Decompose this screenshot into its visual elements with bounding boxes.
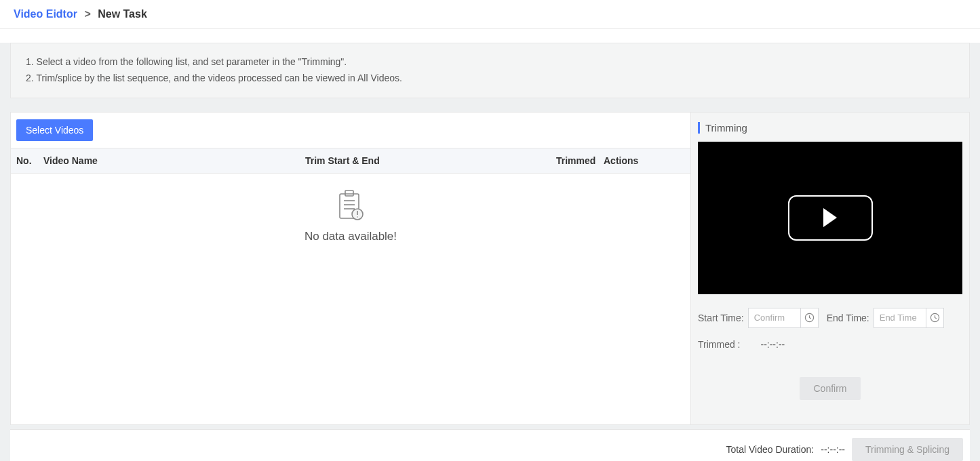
start-time-label: Start Time:	[698, 313, 744, 323]
total-duration-value: --:--:--	[821, 444, 845, 455]
play-icon	[822, 208, 838, 227]
end-time-label: End Time:	[827, 313, 869, 323]
trimming-splicing-button[interactable]: Trimming & Splicing	[852, 438, 963, 461]
svg-rect-1	[345, 191, 353, 196]
breadcrumb-current: New Task	[98, 8, 147, 20]
footer-bar: Total Video Duration: --:--:-- Trimming …	[10, 429, 970, 461]
col-header-trim: Trim Start & End	[305, 155, 556, 166]
play-button[interactable]	[788, 195, 873, 241]
empty-clipboard-icon	[337, 190, 364, 223]
clock-icon	[804, 313, 815, 323]
end-time-input[interactable]	[874, 308, 926, 327]
total-duration-label: Total Video Duration:	[726, 444, 815, 455]
start-time-input[interactable]	[749, 308, 800, 327]
select-videos-button[interactable]: Select Videos	[16, 119, 93, 141]
col-header-no: No.	[16, 155, 43, 166]
video-preview	[698, 142, 962, 294]
clock-icon	[930, 313, 940, 323]
breadcrumb-separator: >	[84, 8, 90, 20]
col-header-actions: Actions	[604, 155, 685, 166]
confirm-button[interactable]: Confirm	[800, 377, 860, 400]
start-time-clock-icon[interactable]	[800, 308, 818, 327]
empty-text: No data available!	[305, 230, 397, 243]
info-box: Select a video from the following list, …	[10, 43, 970, 98]
video-list-panel: Select Videos No. Video Name Trim Start …	[11, 113, 691, 424]
trimming-panel: Trimming Start Time:	[691, 113, 969, 424]
table-header: No. Video Name Trim Start & End Trimmed …	[11, 148, 690, 174]
table-empty-state: No data available!	[11, 174, 690, 424]
info-item: Trim/splice by the list sequence, and th…	[26, 71, 957, 87]
col-header-trimmed: Trimmed	[556, 155, 604, 166]
end-time-clock-icon[interactable]	[926, 308, 943, 327]
svg-point-7	[357, 216, 358, 218]
svg-marker-8	[823, 208, 837, 227]
trimming-title: Trimming	[698, 122, 962, 134]
col-header-name: Video Name	[43, 155, 305, 166]
breadcrumb: Video Eidtor > New Task	[0, 0, 980, 29]
trimmed-value: --:--:--	[760, 339, 785, 350]
info-item: Select a video from the following list, …	[26, 54, 957, 71]
breadcrumb-link-video-editor[interactable]: Video Eidtor	[14, 8, 77, 20]
trimmed-label: Trimmed :	[698, 339, 740, 350]
